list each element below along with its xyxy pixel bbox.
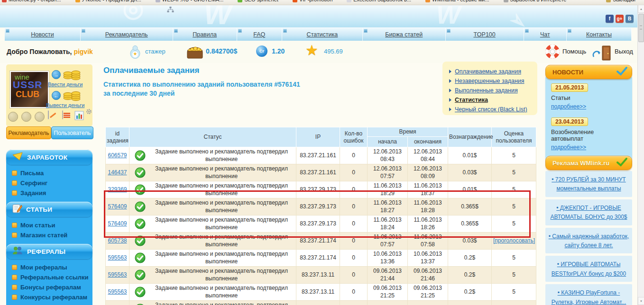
vote-link[interactable]: [проголосовать] [493,237,535,244]
scrollbar-down-arrow[interactable]: ▼ [638,297,644,305]
task-end-cell: 10.06.201313:37 [408,250,448,267]
bookmark-item[interactable]: SEO sprint.net [238,0,278,2]
nav-item-1[interactable]: Новости [5,28,81,41]
start-time: 07:57 [369,173,406,180]
task-end-cell: 11.06.201318:37 [408,181,448,198]
task-id-link[interactable]: 605738 [108,237,127,244]
vk-icon[interactable]: В [626,15,634,23]
username[interactable]: pigvik [74,48,92,55]
task-id-cell: 595563 [106,267,129,284]
bookmark-item[interactable]: WEB-IP.RU - СИСТЕМА... [156,0,224,2]
nav-item-7[interactable]: TOP100 [446,28,524,41]
firewall-icon[interactable] [62,110,63,119]
quick-link[interactable]: Оплачиваемые задания [449,67,537,76]
ad-link[interactable]: • 720 РУБЛЕЙ за 30 МИНУТ моментальные вы… [552,176,626,192]
nav-corner-icon [6,29,9,33]
exit-icon[interactable] [592,45,613,63]
sidebar-item[interactable]: Мои статьи [12,220,90,230]
nav-corner-icon [525,29,529,33]
bookmarks-folder-label: Закладки [613,0,635,2]
task-id-link[interactable]: 595563 [108,288,127,295]
page-subtitle: Статистика по выполнению заданий пользов… [103,81,300,88]
task-id-link[interactable]: 329369 [108,186,127,193]
nav-item-5[interactable]: Статистика [282,28,363,41]
sidebar-item[interactable]: Задания [12,188,90,198]
help-icon[interactable] [545,45,560,61]
withdraw-link[interactable]: Вывести деньги [46,102,84,108]
task-id-link[interactable]: 146437 [108,169,127,176]
quick-link[interactable]: Статистика [449,95,537,105]
nav-item-6[interactable]: Биржа статей [363,28,446,41]
tab-advertiser[interactable]: Рекламодатель [6,126,51,139]
notes-icon[interactable] [48,110,49,119]
news-more-link[interactable]: подробнее>> [551,103,586,110]
task-id-link[interactable]: 595563 [108,271,127,278]
help-link[interactable]: Помощь [562,48,586,55]
sidebar-item[interactable]: Конкурсы рефералам [12,292,90,302]
task-start-cell: 11.06.201307:57 [368,233,408,250]
gear-icon[interactable] [86,108,92,117]
tab-advertiser-label: Рекламодатель [8,130,49,136]
start-date: 11.06.2013 [369,199,406,207]
task-status-cell: Задание выполнено и рекламодатель подтве… [129,164,296,181]
google-plus-icon[interactable]: g+ [616,15,624,23]
nav-corner-icon [364,29,368,33]
sitemap-icon [167,6,174,15]
sidebar-item[interactable]: Письма [12,168,90,178]
bookmark-item[interactable]: VIP-promotion [293,0,332,2]
ad-link[interactable]: • Самый надежный заработок, сайту более … [549,233,629,249]
facebook-icon[interactable]: f [606,15,614,23]
task-id-cell: 606579 [106,147,129,164]
col-header-status: Статус [129,127,296,147]
folder-icon [606,0,611,2]
exit-link[interactable]: Выход [615,48,633,55]
bookmark-label: SEO sprint.net [244,0,278,2]
task-id-link[interactable]: 595563 [108,254,127,261]
col-header-rating: Оценка пользователя [492,127,536,147]
scrollbar-up-arrow[interactable]: ▲ [638,5,644,13]
sidebar-item[interactable]: Реферальные ссылки [12,272,90,282]
bookmark-item[interactable]: Заработок в Интернете [504,0,567,2]
bookmark-item[interactable]: WMmania - сервис ми... [425,0,489,2]
quick-link[interactable]: Незавершенные задания [449,76,537,86]
news-more-link[interactable]: подробнее>> [551,144,586,151]
scrollbar-thumb[interactable] [638,14,644,42]
nav-item-2[interactable]: Рекламодатель [81,28,173,41]
bookmark-item[interactable]: Утконос - Продукты дл... [75,0,141,2]
task-id-link[interactable]: 576409 [108,220,127,227]
task-id-link[interactable]: 576409 [108,203,127,210]
task-id-link[interactable]: 606579 [108,152,127,159]
sidebar-item[interactable]: Серфинг [12,178,90,188]
stats-chart-icon[interactable] [74,111,84,122]
end-date: 09.06.2013 [409,268,446,275]
quick-link[interactable]: Черный список (Black List) [449,105,537,114]
task-id-cell [106,301,129,305]
menu-header-1: ЗАРАБОТОК [6,150,92,165]
sidebar-item[interactable]: Бонусы рефералам [12,282,90,292]
bookmark-item[interactable]: Excelcom Заработок в... [347,0,411,2]
task-rating-cell: [проголосовать] [492,233,536,250]
browser-scrollbar[interactable]: ▲ ▼ [637,5,644,305]
sidebar-item[interactable]: Мои рефералы [12,262,90,272]
bookmark-item[interactable]: Молоток.ру - открыт... [2,0,61,2]
ad-banner[interactable]: wine USSR CLUB [10,71,49,108]
deposit-link[interactable]: Ввести деньги [48,81,83,87]
nav-item-9[interactable]: Контакты [567,28,632,41]
nav-item-4[interactable]: FAQ [237,28,282,41]
rating-value: 495.69 [324,48,343,55]
menu-title: СТАТЬИ [26,206,52,213]
task-rating-cell: 5 [492,250,536,267]
bookmark-favicon [347,0,351,2]
nav-item-3[interactable]: Правила [173,28,237,41]
bookmarks-folder[interactable]: Закладки [606,0,635,2]
ad-link[interactable]: • КАЗИНО PlayFortuna - Рулетка, Игровые … [552,289,626,305]
sidebar-item[interactable]: Магазин статей [12,230,90,240]
ad-link[interactable]: • ИГРОВЫЕ АВТОМАТы BESTforPLAY бонус до … [552,261,626,277]
check-circle-icon [135,269,146,280]
quick-link-label: Выполненные задания [455,87,518,94]
quick-link[interactable]: Выполненные задания [449,86,537,95]
tab-user[interactable]: Пользователь [51,126,93,139]
ad-link[interactable]: • ДЖЕКПОТ - ИГРОВЫЕ АВТОМАТЫ. БОНУС до 3… [550,205,627,220]
greeting: Добро Пожаловать, pigvik [7,48,93,55]
nav-item-8[interactable]: Чат [524,28,567,41]
